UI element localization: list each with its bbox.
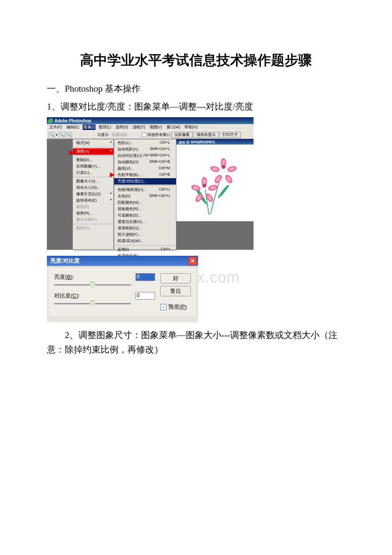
menu-mode[interactable]: 模式(M) [73,140,113,146]
fit-screen-button[interactable]: 满画布显示 [193,132,219,138]
document-canvas [176,145,254,221]
menu-calculations[interactable]: 计算(C)... [73,170,113,176]
menu-file[interactable]: 文件(F) [49,124,63,130]
brightness-contrast-dialog: 亮度/对比度 ✕ 亮度(B): 0 对比度(C): [47,256,198,322]
ps-document-area: .jpg @ 50%(RGB/8#) [176,139,254,250]
menu-duplicate[interactable]: 复制(D)... [73,157,113,163]
menu-apply-image[interactable]: 应用图像(Y)... [73,163,113,170]
menu-shadow-highlight[interactable]: 暗调/高光(W)... [114,238,176,244]
ps-left-panel [47,139,72,250]
menu-brightness-contrast[interactable]: 亮度/对比度(C)... [114,178,176,185]
menu-adjustments[interactable]: 调整(A) [73,148,113,155]
menu-color-balance[interactable]: 色彩平衡(B)...Ctrl+B [114,172,176,178]
zoom-tool-icon[interactable]: 🔍 [49,132,55,138]
ps-menubar: 文件(F) 编辑(E) 图像(I) 图层(L) 选择(S) 滤镜(T) 视图(V… [47,124,254,130]
menu-pixel-aspect[interactable]: 像素长宽比(X) [73,191,113,197]
menu-layer[interactable]: 图层(L) [98,124,112,130]
section-heading: 一、Photoshop 基本操作 [47,82,345,96]
menu-desaturate[interactable]: 去色(D)Shift+Ctrl+U [114,193,176,199]
check-icon: ✓ [160,304,167,310]
menu-window[interactable]: 窗口(W) [166,124,182,130]
menu-trap: 陷印(T)... [73,225,113,231]
zoom-out-icon[interactable]: 🔍 [66,132,72,138]
menu-gradient-map[interactable]: 渐变映射(G)... [114,225,176,231]
preview-checkbox[interactable]: ✓ 预览(P) [160,303,191,311]
contrast-slider[interactable] [54,301,131,306]
menu-curves[interactable]: 曲线(V)...Ctrl+M [114,165,176,172]
document-title: 高中学业水平考试信息技术操作题步骤 [47,51,345,70]
menu-auto-contrast[interactable]: 自动对比度(U)Alt+Shift+Ctrl+L [114,153,176,159]
toolbar-hide-panels: 隐藏调板 [112,132,127,138]
dialog-title: 亮度/对比度 [50,257,80,265]
dialog-titlebar: 亮度/对比度 ✕ [47,256,198,266]
reset-button[interactable]: 复位 [160,286,191,296]
adjustments-submenu: 色阶(L)...Ctrl+L 自动色阶(A)Shift+Ctrl+L 自动对比度… [114,139,176,250]
menu-reveal-all: 显示全部(V) [73,217,113,223]
image-menu-dropdown: 模式(M) 调整(A) 复制(D)... 应用图像(Y)... 计算(C)...… [72,139,114,250]
menu-filter[interactable]: 滤镜(T) [132,124,146,130]
menu-help[interactable]: 帮助(H) [184,124,199,130]
zoom-all-windows-checkbox[interactable]: 缩放所有窗口 [142,132,170,138]
menu-edit[interactable]: 编辑(E) [66,124,80,130]
annotation-arrow-icon: ▶ [69,149,74,156]
menu-image[interactable]: 图像(I) [83,124,96,130]
brightness-slider[interactable] [54,282,131,288]
step-1-text: 1、调整对比度/亮度：图象菜单—调整---对比度/亮度 [47,100,345,114]
menu-auto-levels[interactable]: 自动色阶(A)Shift+Ctrl+L [114,146,176,153]
close-icon[interactable]: ✕ [188,257,197,265]
flower-image [190,151,241,215]
menu-view[interactable]: 视图(V) [149,124,163,130]
brightness-input[interactable]: 0 [135,273,155,281]
ps-app-title: Adobe Photoshop [55,119,91,123]
ps-app-icon [48,119,53,123]
menu-levels[interactable]: 色阶(L)...Ctrl+L [114,140,176,146]
menu-selective-color[interactable]: 可选颜色(S)... [114,212,176,219]
menu-channel-mixer[interactable]: 通道混合器(X)... [114,219,176,225]
menu-rotate-canvas[interactable]: 旋转画布(E) [73,197,113,204]
contrast-label: 对比度(C): [54,292,87,300]
zoom-in-icon[interactable]: 🔍 [58,132,65,138]
document-titlebar: .jpg @ 50%(RGB/8#) [176,139,254,145]
menu-match-color[interactable]: 匹配颜色(M)... [114,199,176,206]
brightness-label: 亮度(B): [54,273,87,281]
menu-image-size[interactable]: 图像大小(I)... [73,178,113,185]
step-2-text: 2、调整图象尺寸：图象菜单—图象大小---调整像素数或文档大小（注意：除掉约束比… [47,328,345,357]
print-size-button[interactable]: 打印尺寸 [219,132,241,138]
actual-pixels-button[interactable]: 实际像素 [171,132,193,138]
menu-select[interactable]: 选择(S) [115,124,129,130]
ps-options-bar: 🔍 ▾ 🔍 🔍 示显示 隐藏调板 缩放所有窗口 实际像素 满画布显示 打印尺寸 [47,130,254,139]
annotation-arrow-icon: ▶ [110,171,115,178]
menu-replace-color[interactable]: 替换颜色(R)... [114,206,176,212]
menu-hue-sat[interactable]: 色相/饱和度(H)...Ctrl+U [114,187,176,193]
menu-auto-color[interactable]: 自动颜色(O)Shift+Ctrl+B [114,159,176,165]
menu-crop: 裁切(P) [73,204,113,210]
menu-photo-filter[interactable]: 照片滤镜(F)... [114,231,176,238]
ps-titlebar: Adobe Photoshop [47,117,254,124]
menu-trim[interactable]: 修整(R)... [73,210,113,217]
ok-button[interactable]: 好 [160,273,191,283]
toolbar-show-btn[interactable]: 示显示 [97,132,109,138]
contrast-input[interactable]: 0 [135,292,155,300]
photoshop-screenshot-1: Adobe Photoshop 文件(F) 编辑(E) 图像(I) 图层(L) … [47,117,254,250]
menu-invert[interactable]: 反相(I)Ctrl+I [114,246,176,253]
menu-canvas-size[interactable]: 画布大小(S)... [73,185,113,191]
